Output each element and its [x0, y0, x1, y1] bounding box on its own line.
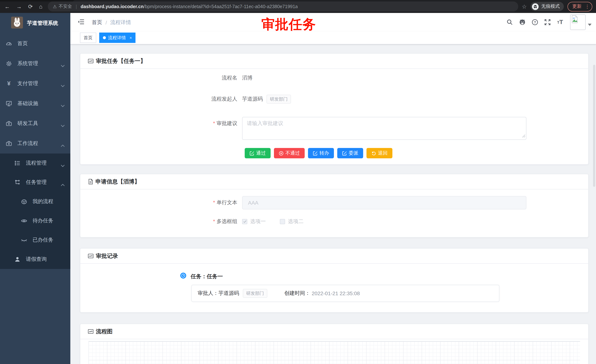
- chevron-down-icon: [61, 82, 65, 88]
- dept-tag: 研发部门: [243, 289, 267, 298]
- help-icon[interactable]: ?: [529, 19, 541, 26]
- sidebar-item-workflow[interactable]: 工作流程: [0, 134, 70, 153]
- initiator-label: 流程发起人: [80, 96, 242, 102]
- sidebar-item-infrastructure[interactable]: 基础设施: [0, 94, 70, 114]
- sidebar-item-todo-tasks[interactable]: 待办任务: [0, 211, 70, 230]
- approver-value: 芋道源码: [218, 290, 239, 297]
- chevron-down-icon: [61, 102, 65, 108]
- security-chip[interactable]: ⚠ 不安全: [53, 3, 72, 10]
- page-content: 审批任务【任务一】 流程名 滔博 流程发起人 芋道源码 研发部门: [70, 44, 596, 364]
- checkbox-option2[interactable]: [280, 219, 285, 224]
- sidebar-item-done-tasks[interactable]: 已办任务: [0, 230, 70, 250]
- warning-icon: ⚠: [53, 4, 57, 9]
- checkbox-option2-label: 选项二: [288, 218, 304, 225]
- yen-icon: ¥: [6, 81, 12, 87]
- chevron-down-icon[interactable]: [588, 24, 592, 26]
- card-title: 申请信息【滔博】: [96, 178, 140, 185]
- comment-placeholder: 请输入审批建议: [247, 120, 283, 126]
- text-field-input[interactable]: AAA: [242, 196, 526, 209]
- application-window: ← → ⟳ ⌂ ⚠ 不安全 | dashboard.yudao.iocoder.…: [0, 0, 596, 364]
- card-title: 审批记录: [96, 253, 118, 260]
- close-icon[interactable]: ×: [130, 36, 132, 40]
- sidebar-item-my-process[interactable]: 我的流程: [0, 192, 70, 211]
- comment-textarea[interactable]: 请输入审批建议: [242, 117, 526, 140]
- sidebar-item-system[interactable]: 系统管理: [0, 54, 70, 74]
- delegate-button[interactable]: 委派: [337, 148, 363, 158]
- browser-update-button[interactable]: 更新 ⋮: [567, 2, 592, 11]
- sidebar-item-home[interactable]: 首页: [0, 34, 70, 54]
- browser-menu-icon[interactable]: ⋮: [585, 4, 590, 9]
- reject-button[interactable]: 不通过: [274, 148, 305, 158]
- gear-icon: [6, 60, 12, 67]
- scrollbar[interactable]: [593, 65, 595, 187]
- return-button[interactable]: 退回: [366, 148, 392, 158]
- font-size-icon[interactable]: TT: [554, 19, 566, 26]
- fullscreen-icon[interactable]: [541, 19, 554, 26]
- tags-view-bar: 首页 流程详情 ×: [70, 31, 596, 44]
- transfer-button[interactable]: 转办: [308, 148, 334, 158]
- approver-label: 审批人：: [198, 290, 218, 297]
- picture-icon: [88, 328, 94, 335]
- tab-process-detail[interactable]: 流程详情 ×: [99, 33, 136, 43]
- picture-icon: [88, 58, 94, 64]
- sidebar: 芋道管理系统 首页 系统管理 ¥ 支付管理 基础设施 研发工具 工作: [0, 13, 70, 364]
- list-icon: [14, 160, 21, 167]
- bookmark-star-icon[interactable]: ☆: [522, 3, 527, 10]
- divider: |: [76, 4, 77, 9]
- chevron-down-icon: [61, 63, 65, 68]
- avatar[interactable]: [570, 15, 586, 30]
- bpmn-canvas[interactable]: [89, 341, 580, 364]
- sidebar-item-payment[interactable]: ¥ 支付管理: [0, 74, 70, 94]
- sidebar-item-task-management[interactable]: 任务管理: [0, 173, 70, 192]
- card-title: 审批任务【任务一】: [96, 58, 146, 65]
- monitor-icon: [6, 100, 12, 107]
- search-icon[interactable]: [503, 19, 516, 26]
- breadcrumb-current: 流程详情: [110, 19, 131, 26]
- address-bar[interactable]: ⚠ 不安全 | dashboard.yudao.iocoder.cn/bpm/p…: [48, 1, 518, 11]
- resize-handle-icon[interactable]: [522, 133, 525, 139]
- approval-records-card: 审批记录 任务：任务一 审批人： 芋道源码 研发部门 创建时间： 2022-01…: [80, 248, 589, 313]
- record-detail-box: 审批人： 芋道源码 研发部门 创建时间： 2022-01-21 22:35:08: [191, 285, 499, 302]
- approve-task-card: 审批任务【任务一】 流程名 滔博 流程发起人 芋道源码 研发部门: [80, 53, 589, 165]
- breadcrumb: 首页 / 流程详情: [92, 19, 131, 26]
- sidebar-collapse-icon[interactable]: [78, 19, 84, 26]
- chevron-down-icon: [61, 123, 65, 128]
- card-title: 流程图: [96, 328, 112, 335]
- url-text: dashboard.yudao.iocoder.cn/bpm/process-i…: [81, 4, 298, 9]
- github-icon[interactable]: [516, 19, 529, 26]
- tab-home[interactable]: 首页: [80, 33, 96, 43]
- app-title: 芋道管理系统: [27, 20, 58, 27]
- browser-forward-icon[interactable]: →: [16, 3, 22, 10]
- annotation-text: 审批任务: [261, 15, 316, 34]
- picture-icon: [88, 253, 94, 259]
- breadcrumb-home[interactable]: 首页: [92, 19, 102, 26]
- create-time-label: 创建时间：: [284, 290, 310, 297]
- incognito-icon: [532, 3, 539, 10]
- document-icon: [88, 179, 93, 185]
- tree-icon: [14, 179, 21, 186]
- dept-tag: 研发部门: [267, 95, 291, 104]
- toolbox-icon: [6, 120, 12, 127]
- browser-reload-icon[interactable]: ⟳: [28, 3, 33, 10]
- app-logo-row[interactable]: 芋道管理系统: [0, 13, 70, 34]
- sidebar-item-dev-tools[interactable]: 研发工具: [0, 114, 70, 134]
- chevron-down-icon: [61, 162, 65, 168]
- checkbox-option1[interactable]: [242, 219, 247, 224]
- sidebar-item-process-management[interactable]: 流程管理: [0, 153, 70, 173]
- incognito-badge: 无痕模式: [530, 2, 564, 11]
- browser-home-icon[interactable]: ⌂: [39, 3, 42, 10]
- approve-button[interactable]: 通过: [245, 148, 271, 158]
- svg-text:?: ?: [534, 20, 536, 24]
- breadcrumb-separator: /: [105, 20, 107, 26]
- active-dot: [103, 36, 106, 39]
- browser-back-icon[interactable]: ←: [4, 3, 10, 10]
- chevron-up-icon: [61, 142, 65, 148]
- main-area: 首页 / 流程详情 ? TT 首页 流程详情 ×: [70, 13, 596, 364]
- eye-closed-icon: [21, 237, 27, 243]
- toolbox-icon: [6, 140, 12, 147]
- sidebar-item-leave-query[interactable]: 请假查询: [0, 250, 70, 269]
- sidebar-submenu-workflow: 流程管理 任务管理 我的流程 待办任务 已办任务 请假: [0, 153, 70, 269]
- comment-label: 审批建议: [80, 117, 242, 127]
- checkbox-group-label: 多选框组: [80, 218, 242, 225]
- initiator-value: 芋道源码: [242, 96, 263, 102]
